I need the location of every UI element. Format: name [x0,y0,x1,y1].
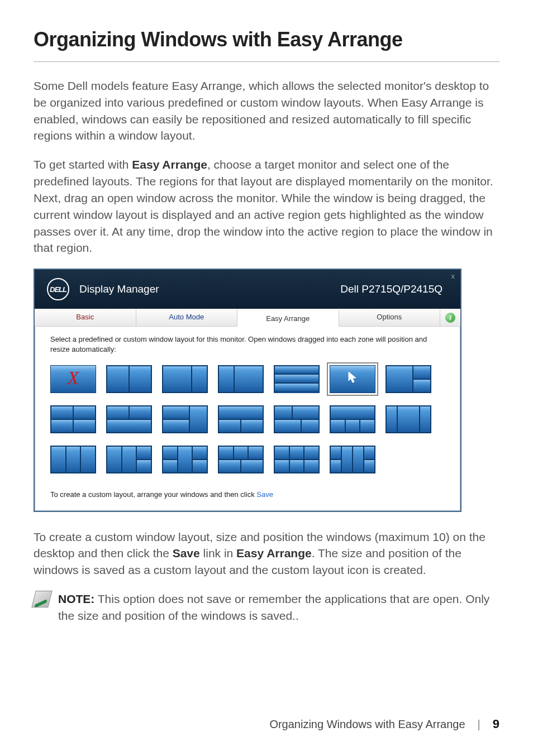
text: , choose a target monitor and select one… [34,158,493,254]
layout-l-shape-1[interactable] [162,405,208,433]
layout-2col-wide-right[interactable] [218,365,264,393]
easy-arrange-panel: Select a predefined or custom window lay… [35,327,460,510]
info-button[interactable]: i [440,309,460,326]
intro-paragraph: Some Dell models feature Easy Arrange, w… [34,78,499,144]
tab-basic[interactable]: Basic [35,309,136,326]
layout-custom-selected[interactable] [330,365,375,393]
custom-layout-paragraph: To create a custom window layout, size a… [34,529,499,578]
monitor-model: Dell P2715Q/P2415Q [340,283,442,295]
page-title: Organizing Windows with Easy Arrange [34,28,499,51]
layout-l-shape-2[interactable] [218,405,264,433]
note-label: NOTE: [58,592,94,605]
text: This option does not save or remember th… [58,592,489,622]
tab-easy-arrange[interactable]: Easy Arrange [237,309,339,327]
tab-bar: Basic Auto Mode Easy Arrange Options i [35,309,460,327]
tab-options[interactable]: Options [339,309,441,326]
x-icon: X [68,367,79,389]
cursor-icon [347,371,358,387]
text: To create a custom layout, arrange your … [50,490,256,499]
layout-grid: X [50,365,445,473]
info-icon: i [445,313,455,323]
layout-center-big[interactable] [386,405,431,433]
layout-3row[interactable] [274,365,320,393]
layout-quad[interactable] [50,405,96,433]
layout-6grid[interactable] [274,446,320,473]
close-icon[interactable]: x [451,272,455,280]
layout-5zone[interactable] [274,405,320,433]
layout-3col[interactable] [50,446,96,473]
page-footer: Organizing Windows with Easy Arrange | 9 [269,717,499,731]
text: link in [200,547,236,559]
layout-6grid-var[interactable] [218,446,264,473]
footer-separator: | [478,718,480,731]
layout-left-big-right-stack[interactable] [386,365,431,393]
app-title: Display Manager [79,283,340,295]
text: To get started with [34,158,132,171]
note-icon [31,591,52,607]
layout-3col-top-1-bottom[interactable] [330,405,375,433]
footer-title: Organizing Windows with Easy Arrange [269,718,465,731]
note-text: NOTE: This option does not save or remem… [58,591,499,624]
easy-arrange-bold: Easy Arrange [132,158,207,171]
title-rule [34,61,499,62]
layout-2col-wide-left[interactable] [162,365,208,393]
custom-layout-hint: To create a custom layout, arrange your … [50,490,445,499]
layout-top-2-bottom-1[interactable] [106,405,152,433]
easy-arrange-bold: Easy Arrange [236,547,312,559]
note-block: NOTE: This option does not save or remem… [34,591,499,624]
display-manager-window: x DELL Display Manager Dell P2715Q/P2415… [34,269,461,511]
save-bold: Save [173,547,200,559]
panel-description: Select a predefined or custom window lay… [50,334,445,355]
layout-4col-split[interactable] [330,446,375,473]
layout-3col-split-right[interactable] [106,446,152,473]
layout-none[interactable]: X [50,365,96,393]
tab-auto-mode[interactable]: Auto Mode [136,309,238,326]
getting-started-paragraph: To get started with Easy Arrange, choose… [34,156,499,256]
window-titlebar: x DELL Display Manager Dell P2715Q/P2415… [35,270,460,309]
page-number: 9 [493,717,499,731]
layout-2col[interactable] [106,365,152,393]
save-link[interactable]: Save [256,490,273,499]
dell-logo-icon: DELL [47,278,69,300]
layout-3col-split-sides[interactable] [162,446,208,473]
